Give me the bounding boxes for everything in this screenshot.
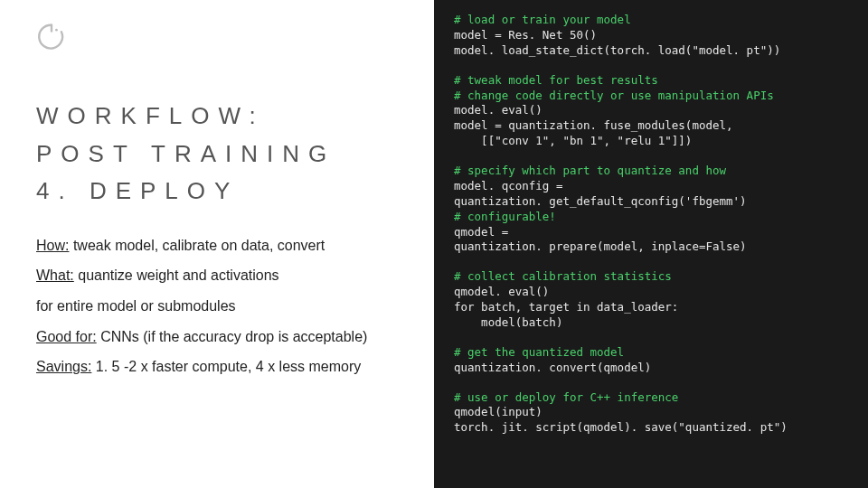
slide-title: WORKFLOW: POST TRAINING 4. DEPLOY xyxy=(36,98,407,211)
bullet-savings-text: 1. 5 -2 x faster compute, 4 x less memor… xyxy=(91,359,361,374)
slide: WORKFLOW: POST TRAINING 4. DEPLOY How: t… xyxy=(0,0,868,488)
code-comment: # change code directly or use manipulati… xyxy=(454,89,774,102)
bullet-good-label: Good for: xyxy=(36,329,97,344)
code-line: torch. jit. script(qmodel). save("quanti… xyxy=(454,420,788,434)
code-comment: # specify which part to quantize and how xyxy=(454,164,726,177)
code-block-3: # specify which part to quantize and how… xyxy=(454,164,848,255)
code-line: model. load_state_dict(torch. load("mode… xyxy=(454,43,780,57)
bullet-what-label: What: xyxy=(36,267,74,283)
code-block-4: # collect calibration statistics qmodel.… xyxy=(454,269,848,331)
bullet-how-text: tweak model, calibrate on data, convert xyxy=(69,238,325,253)
code-line: quantization. prepare(model, inplace=Fal… xyxy=(454,239,747,253)
code-comment: # tweak model for best results xyxy=(454,73,658,87)
code-line: quantization. convert(qmodel) xyxy=(454,361,651,374)
bullets: How: tweak model, calibrate on data, con… xyxy=(36,236,407,388)
pytorch-logo-icon xyxy=(36,23,407,57)
title-line-1: WORKFLOW: xyxy=(36,98,407,136)
bullet-good: Good for: CNNs (if the accuracy drop is … xyxy=(36,327,407,347)
title-line-3: 4. DEPLOY xyxy=(36,173,407,211)
bullet-how: How: tweak model, calibrate on data, con… xyxy=(36,236,407,256)
bullet-what-sub: for entire model or submodules xyxy=(36,296,407,316)
code-comment: # use or deploy for C++ inference xyxy=(454,390,678,404)
code-line: qmodel = xyxy=(454,225,508,239)
code-line: qmodel(input) xyxy=(454,405,542,418)
code-comment: # collect calibration statistics xyxy=(454,269,672,283)
code-block-5: # get the quantized model quantization. … xyxy=(454,345,848,376)
bullet-savings: Savings: 1. 5 -2 x faster compute, 4 x l… xyxy=(36,357,407,377)
bullet-how-label: How: xyxy=(36,238,69,253)
code-comment: # configurable! xyxy=(454,210,556,223)
bullet-good-text: CNNs (if the accuracy drop is acceptable… xyxy=(97,329,368,344)
svg-point-0 xyxy=(55,29,58,32)
code-line: quantization. get_default_qconfig('fbgem… xyxy=(454,194,747,208)
code-line: model. qconfig = xyxy=(454,179,562,192)
code-line: qmodel. eval() xyxy=(454,285,549,298)
code-line: for batch, target in data_loader: xyxy=(454,300,678,314)
code-panel: # load or train your model model = Res. … xyxy=(434,0,868,488)
code-line: model = Res. Net 50() xyxy=(454,28,597,42)
code-line: [["conv 1", "bn 1", "relu 1"]]) xyxy=(454,134,692,147)
title-line-2: POST TRAINING xyxy=(36,136,407,174)
code-block-2: # tweak model for best results # change … xyxy=(454,73,848,149)
bullet-what: What: quantize weight and activations xyxy=(36,266,407,286)
code-line: model. eval() xyxy=(454,103,542,117)
code-comment: # get the quantized model xyxy=(454,345,624,359)
bullet-what-text: quantize weight and activations xyxy=(74,267,279,283)
code-line: model = quantization. fuse_modules(model… xyxy=(454,118,733,132)
code-block-6: # use or deploy for C++ inference qmodel… xyxy=(454,390,848,436)
code-block-1: # load or train your model model = Res. … xyxy=(454,13,848,59)
code-comment: # load or train your model xyxy=(454,13,631,26)
bullet-savings-label: Savings: xyxy=(36,359,91,374)
left-panel: WORKFLOW: POST TRAINING 4. DEPLOY How: t… xyxy=(0,0,434,488)
code-line: model(batch) xyxy=(454,315,562,329)
